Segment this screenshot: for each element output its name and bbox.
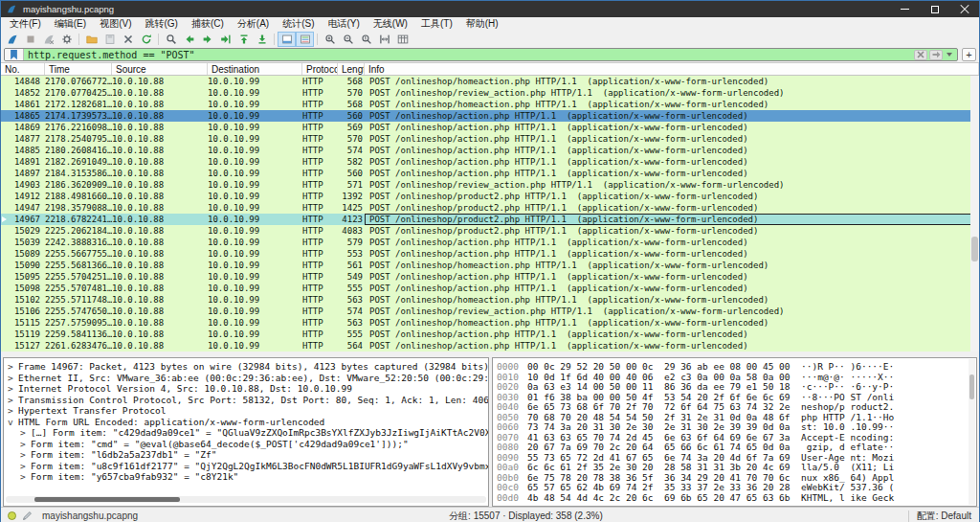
detail-hscrollbar[interactable] xyxy=(6,496,486,503)
packet-row[interactable]: 14869 2176.2216098… 10.0.10.88 10.0.10.9… xyxy=(1,122,979,133)
column-header-protocol[interactable]: Protoco xyxy=(302,63,338,75)
resize-columns-icon[interactable] xyxy=(375,32,393,47)
packet-row[interactable]: 14861 2172.1282681… 10.0.10.88 10.0.10.9… xyxy=(1,99,979,110)
hex-bytes[interactable]: 41 63 63 65 70 74 2d 45 6e 63 6f 64 69 6… xyxy=(522,433,793,443)
detail-tree-row[interactable]: > Ethernet II, Src: VMware_36:ab:ee (00:… xyxy=(4,373,488,384)
packet-row[interactable]: 14852 2170.0770425… 10.0.10.88 10.0.10.9… xyxy=(1,87,979,99)
packet-list-scrollbar[interactable] xyxy=(970,76,979,352)
colorize-icon[interactable] xyxy=(296,32,314,47)
go-back-icon[interactable] xyxy=(180,32,198,47)
hex-ascii[interactable]: ·c···P·· ·6··y·P· xyxy=(793,382,976,393)
auto-scroll-icon[interactable] xyxy=(278,32,296,47)
hex-row[interactable]: 0070 41 63 63 65 70 74 2d 45 6e 63 6f 64… xyxy=(493,433,976,443)
packet-row[interactable]: 14877 2178.2540795… 10.0.10.88 10.0.10.9… xyxy=(1,133,979,145)
go-forward-icon[interactable] xyxy=(198,32,216,47)
tree-expander-icon[interactable]: > xyxy=(20,461,31,472)
hex-bytes[interactable]: 70 68 70 20 48 54 54 50 2f 31 2e 31 0d 0… xyxy=(522,413,793,423)
hex-row[interactable]: 00a0 6c 6c 61 2f 35 2e 30 20 28 58 31 31… xyxy=(493,463,976,473)
packet-row[interactable]: 14912 2188.4981660… 10.0.10.88 10.0.10.9… xyxy=(1,191,979,202)
packet-row[interactable]: 15102 2255.5711748… 10.0.10.88 10.0.10.9… xyxy=(1,294,979,306)
hex-bytes[interactable]: 55 73 65 72 2d 41 67 65 6e 74 3a 20 4d 6… xyxy=(522,453,793,464)
menu-item[interactable]: 文件(F) xyxy=(3,17,48,31)
tree-expander-icon[interactable]: v xyxy=(8,417,18,428)
hex-row[interactable]: 00b0 6e 75 78 20 78 38 36 5f 36 34 29 20… xyxy=(493,473,976,484)
hex-row[interactable]: 00d0 4b 48 54 4d 4c 2c 20 6c 69 6b 65 20… xyxy=(493,493,976,504)
hex-bytes[interactable]: 4b 48 54 4d 4c 2c 20 6c 69 6b 65 20 47 6… xyxy=(522,493,793,504)
packet-list-scrollbar-thumb[interactable] xyxy=(971,237,978,261)
hex-ascii[interactable]: User-Age nt: Mozi xyxy=(793,453,976,464)
tree-expander-icon[interactable]: > xyxy=(8,383,18,395)
menu-item[interactable]: 帮助(H) xyxy=(459,17,505,31)
reload-file-icon[interactable] xyxy=(137,32,155,47)
tree-expander-icon[interactable]: > xyxy=(20,439,31,450)
display-filter-value[interactable]: http.request.method == "POST" xyxy=(24,50,914,60)
hex-bytes[interactable]: 0a 63 e3 14 00 50 00 11 86 36 da ee 79 e… xyxy=(522,382,793,393)
hex-ascii[interactable]: ···m@·@· ·····X·· xyxy=(793,373,976,383)
hex-ascii[interactable]: KHTML, l ike Geck xyxy=(793,493,976,504)
menu-item[interactable]: 编辑(E) xyxy=(48,17,93,31)
capture-comment-icon[interactable] xyxy=(22,511,33,521)
filter-bookmark-icon[interactable] xyxy=(5,49,24,60)
maximize-button[interactable] xyxy=(920,1,949,17)
hex-bytes[interactable]: 10 0d 1f 6d 40 00 40 06 e2 c3 0a 00 0a 5… xyxy=(522,373,793,383)
hex-row[interactable]: 0020 0a 63 e3 14 00 50 00 11 86 36 da ee… xyxy=(493,382,976,393)
packet-row[interactable]: 15119 2259.5841136… 10.0.10.88 10.0.10.9… xyxy=(1,329,979,340)
hex-row[interactable]: 0000 00 0c 29 52 20 50 00 0c 29 36 ab ee… xyxy=(493,362,976,373)
packet-row[interactable]: 15095 2255.5704251… 10.0.10.88 10.0.10.9… xyxy=(1,271,979,283)
tree-expander-icon[interactable]: > xyxy=(8,405,18,417)
detail-tree-row[interactable]: > Form item: "y657cba9fab932" = "c8Y21k" xyxy=(4,471,488,483)
tree-expander-icon[interactable]: > xyxy=(8,373,18,384)
packet-row[interactable]: 14865 2174.1739573… 10.0.10.88 10.0.10.9… xyxy=(1,110,979,122)
detail-hscrollbar-thumb[interactable] xyxy=(34,497,180,502)
detail-tree-row[interactable]: > Frame 14967: Packet, 4123 bytes on wir… xyxy=(4,361,488,373)
filter-add-button[interactable]: + xyxy=(962,48,976,61)
save-file-icon[interactable] xyxy=(100,32,119,47)
hex-bytes[interactable]: 6e 65 73 68 6f 70 2f 70 72 6f 64 75 63 7… xyxy=(522,402,793,413)
expert-info-icon[interactable] xyxy=(8,511,16,520)
detail-tree-row[interactable]: > Internet Protocol Version 4, Src: 10.0… xyxy=(4,383,488,395)
close-file-icon[interactable] xyxy=(119,32,137,47)
packet-row[interactable]: 15039 2242.3888316… 10.0.10.88 10.0.10.9… xyxy=(1,237,979,248)
open-file-icon[interactable] xyxy=(82,32,100,47)
packet-row[interactable]: 14903 2186.3620909… 10.0.10.88 10.0.10.9… xyxy=(1,179,979,191)
hex-ascii[interactable]: st: 10.0 .10.99·· xyxy=(793,422,976,433)
capture-restart-icon[interactable] xyxy=(39,32,57,47)
packet-row[interactable]: 14891 2182.2691049… 10.0.10.88 10.0.10.9… xyxy=(1,156,979,168)
detail-tree-row[interactable]: v HTML Form URL Encoded: application/x-w… xyxy=(4,417,488,428)
hex-ascii[interactable]: lla/5.0 (X11; Li xyxy=(793,463,976,473)
display-filter-input[interactable]: http.request.method == "POST" xyxy=(4,48,958,61)
column-header-no[interactable]: No. xyxy=(1,63,45,75)
hex-ascii[interactable]: neshop/p roduct2. xyxy=(793,402,976,413)
filter-clear-icon[interactable] xyxy=(914,50,927,60)
hex-bytes[interactable]: 6e 75 78 20 78 38 36 5f 36 34 29 20 41 7… xyxy=(522,473,793,484)
packet-row[interactable]: 15029 2225.2062184… 10.0.10.88 10.0.10.9… xyxy=(1,225,979,237)
detail-tree-row[interactable]: > Transmission Control Protocol, Src Por… xyxy=(4,395,488,406)
hex-row[interactable]: 00c0 65 57 65 62 4b 69 74 2f 35 33 37 2e… xyxy=(493,483,976,493)
hex-bytes[interactable]: 6c 6c 61 2f 35 2e 30 20 28 58 31 31 3b 2… xyxy=(522,463,793,473)
hex-row[interactable]: 0080 20 67 7a 69 70 2c 20 64 65 66 6c 61… xyxy=(493,443,976,453)
packet-row[interactable]: 15106 2255.5747650… 10.0.10.88 10.0.10.9… xyxy=(1,306,979,317)
hex-row[interactable]: 0050 70 68 70 20 48 54 54 50 2f 31 2e 31… xyxy=(493,413,976,423)
hex-bytes[interactable]: 20 67 7a 69 70 2c 20 64 65 66 6c 61 74 6… xyxy=(522,443,793,453)
go-first-packet-icon[interactable] xyxy=(234,32,253,47)
hex-ascii[interactable]: php HTTP /1.1··Ho xyxy=(793,413,976,423)
packet-row[interactable]: 14897 2184.3153586… 10.0.10.88 10.0.10.9… xyxy=(1,168,979,179)
filter-dropdown-caret[interactable] xyxy=(947,53,952,57)
packet-row[interactable]: 15098 2255.5707481… 10.0.10.88 10.0.10.9… xyxy=(1,283,979,294)
packet-row[interactable]: 15115 2257.5759095… 10.0.10.88 10.0.10.9… xyxy=(1,317,979,329)
detail-tree-row[interactable]: > Form item: "cmd" = "@eval(@base64_deco… xyxy=(4,439,488,450)
tree-expander-icon[interactable]: > xyxy=(8,361,18,373)
tree-expander-icon[interactable]: > xyxy=(20,449,31,461)
hex-ascii[interactable]: eWebKit/ 537.36 ( xyxy=(793,483,976,493)
detail-tree-row[interactable]: > Hypertext Transfer Protocol xyxy=(4,405,488,417)
detail-tree-row[interactable]: > Form item: "u8c9f161df2177" = "QjY2QgL… xyxy=(4,461,488,472)
tree-expander-icon[interactable]: > xyxy=(20,471,31,483)
packet-row[interactable]: 14885 2180.2608416… 10.0.10.88 10.0.10.9… xyxy=(1,145,979,156)
hex-ascii[interactable]: nux x86_ 64) Appl xyxy=(793,473,976,484)
capture-stop-icon[interactable] xyxy=(21,32,39,47)
menu-item[interactable]: 无线(W) xyxy=(367,17,414,31)
hex-bytes[interactable]: 01 f6 38 ba 00 00 50 4f 53 54 20 2f 6f 6… xyxy=(522,393,793,403)
filter-apply-icon[interactable] xyxy=(929,50,943,60)
zoom-in-icon[interactable] xyxy=(321,32,339,47)
packet-row[interactable]: 15090 2255.5681366… 10.0.10.88 10.0.10.9… xyxy=(1,260,979,271)
